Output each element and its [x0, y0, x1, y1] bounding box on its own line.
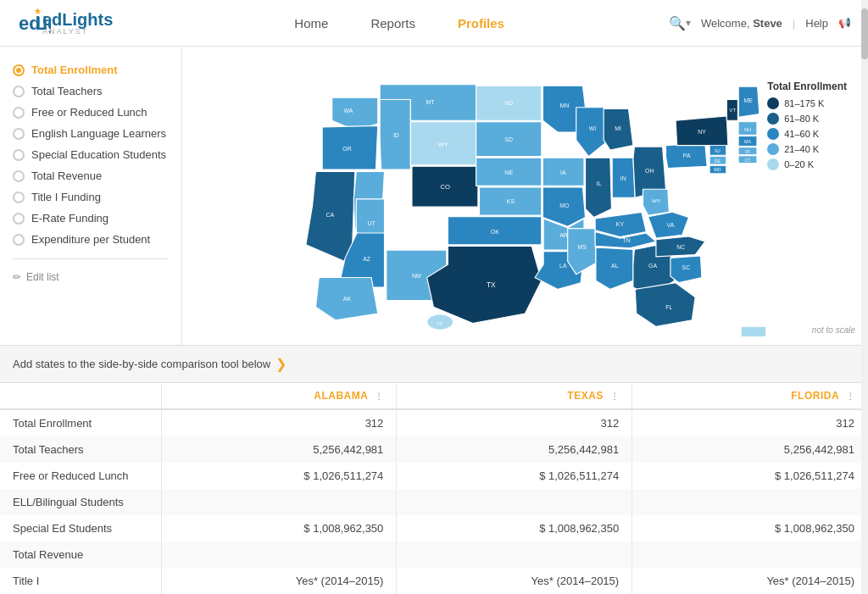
- sidebar-item-8[interactable]: Expenditure per Student: [13, 229, 169, 250]
- svg-text:MN: MN: [559, 103, 569, 108]
- sidebar-item-7[interactable]: E-Rate Funding: [13, 208, 169, 229]
- svg-text:NY: NY: [698, 129, 706, 135]
- welcome-text: Welcome, Steve: [701, 17, 782, 30]
- sidebar-divider: [13, 258, 169, 259]
- legend-dot-0: [767, 97, 779, 109]
- svg-text:AL: AL: [611, 263, 619, 269]
- table-header-metric: [0, 383, 161, 409]
- edit-list-button[interactable]: ✏ Edit list: [13, 268, 169, 286]
- svg-text:OR: OR: [342, 146, 351, 152]
- sidebar-item-label-3: English Language Learners: [31, 127, 166, 140]
- main-nav: Home Reports Profiles: [147, 16, 652, 31]
- map-area: WA OR CA NV ID MT: [182, 47, 868, 345]
- svg-text:ID: ID: [393, 132, 399, 138]
- sidebar-item-label-8: Expenditure per Student: [31, 233, 150, 246]
- help-link[interactable]: Help: [805, 17, 828, 30]
- svg-text:NJ: NJ: [715, 148, 721, 153]
- legend-label-4: 0–20 K: [784, 159, 814, 169]
- svg-marker-52: [568, 229, 596, 275]
- sidebar-item-label-6: Title I Funding: [31, 191, 101, 203]
- svg-text:WI: WI: [589, 125, 597, 131]
- header: ed L ights edLights ANALYST Home Reports…: [0, 0, 868, 47]
- logo: ed L ights edLights ANALYST: [17, 6, 113, 40]
- cell-alabama-0: 312: [161, 409, 397, 436]
- svg-text:AZ: AZ: [363, 256, 371, 262]
- cell-metric-0: Total Enrollment: [0, 409, 161, 436]
- svg-text:IL: IL: [597, 180, 602, 186]
- svg-text:WV: WV: [652, 197, 661, 203]
- cell-metric-6: Title I: [0, 568, 161, 594]
- comparison-bar: Add states to the side-by-side compariso…: [0, 345, 868, 383]
- svg-text:MA: MA: [744, 139, 751, 144]
- sidebar: Total EnrollmentTotal TeachersFree or Re…: [0, 47, 182, 345]
- scrollbar-thumb[interactable]: [861, 8, 868, 59]
- texas-menu-icon[interactable]: ⋮: [610, 391, 620, 401]
- radio-circle-3: [13, 128, 25, 140]
- search-icon[interactable]: 🔍: [669, 15, 686, 31]
- svg-text:AR: AR: [559, 232, 568, 238]
- radio-circle-8: [13, 234, 25, 246]
- svg-text:TX: TX: [487, 280, 496, 289]
- sidebar-item-5[interactable]: Total Revenue: [13, 165, 169, 186]
- svg-text:NM: NM: [412, 273, 421, 279]
- sidebar-item-4[interactable]: Special Education Students: [13, 144, 169, 165]
- cell-metric-1: Total Teachers: [0, 436, 161, 463]
- sidebar-item-2[interactable]: Free or Reduced Lunch: [13, 102, 169, 123]
- table-row-0: Total Enrollment312312312: [0, 409, 868, 436]
- radio-circle-6: [13, 192, 25, 203]
- sidebar-item-1[interactable]: Total Teachers: [13, 80, 169, 102]
- svg-text:KY: KY: [616, 221, 625, 227]
- svg-text:VA: VA: [667, 222, 675, 228]
- sidebar-item-3[interactable]: English Language Learners: [13, 123, 169, 144]
- radio-circle-4: [13, 149, 25, 161]
- nav-profiles[interactable]: Profiles: [458, 16, 504, 31]
- comparison-arrow-icon: ❯: [275, 356, 287, 372]
- legend-title: Total Enrollment: [767, 80, 847, 92]
- svg-marker-50: [586, 158, 612, 217]
- legend-item-1: 61–80 K: [767, 113, 847, 125]
- cell-florida-4: $ 1,008,962,350: [632, 515, 868, 541]
- cell-florida-3: [632, 489, 868, 515]
- svg-text:TN: TN: [623, 237, 631, 243]
- notification-icon[interactable]: 📢: [838, 17, 851, 29]
- sidebar-item-label-4: Special Education Students: [31, 148, 166, 161]
- scrollbar-track: [861, 0, 868, 594]
- nav-home[interactable]: Home: [294, 16, 328, 31]
- svg-text:CT: CT: [744, 158, 751, 163]
- table-row-6: Title IYes* (2014–2015)Yes* (2014–2015)Y…: [0, 568, 868, 594]
- cell-metric-3: ELL/Bilingual Students: [0, 489, 161, 515]
- table-row-3: ELL/Bilingual Students: [0, 489, 868, 515]
- svg-text:UT: UT: [367, 220, 376, 226]
- nav-reports[interactable]: Reports: [370, 16, 415, 31]
- radio-circle-0: [13, 64, 25, 76]
- svg-text:KS: KS: [507, 198, 515, 204]
- alabama-menu-icon[interactable]: ⋮: [375, 391, 384, 401]
- svg-text:IA: IA: [560, 169, 566, 175]
- legend-item-3: 21–40 K: [767, 143, 847, 155]
- svg-text:OH: OH: [645, 168, 654, 174]
- table-header-alabama: ALABAMA ⋮: [161, 383, 397, 409]
- username: Steve: [753, 17, 782, 30]
- svg-text:GA: GA: [648, 263, 657, 269]
- edit-list-label: Edit list: [26, 271, 59, 283]
- cell-texas-1: 5,256,442,981: [397, 436, 632, 463]
- cell-texas-2: $ 1,026,511,274: [397, 463, 632, 489]
- svg-text:SC: SC: [682, 264, 691, 270]
- svg-text:VT: VT: [729, 107, 736, 113]
- svg-text:ME: ME: [744, 97, 754, 103]
- svg-text:ND: ND: [504, 100, 513, 106]
- sidebar-item-6[interactable]: Title I Funding: [13, 186, 169, 208]
- florida-menu-icon[interactable]: ⋮: [846, 391, 855, 401]
- comparison-table: ALABAMA ⋮ TEXAS ⋮ FLORIDA ⋮ Total Enroll…: [0, 383, 868, 594]
- radio-circle-1: [13, 86, 25, 97]
- map-legend: Total Enrollment 81–175 K61–80 K41–60 K2…: [759, 72, 855, 182]
- not-to-scale-text: not to scale: [812, 325, 855, 335]
- legend-item-0: 81–175 K: [767, 97, 847, 109]
- sidebar-item-0[interactable]: Total Enrollment: [13, 59, 169, 80]
- sidebar-item-label-2: Free or Reduced Lunch: [31, 106, 147, 119]
- sidebar-item-label-1: Total Teachers: [31, 85, 103, 97]
- legend-dot-1: [767, 113, 779, 125]
- legend-label-1: 61–80 K: [784, 114, 819, 124]
- svg-text:MT: MT: [426, 99, 436, 105]
- table-header-row: ALABAMA ⋮ TEXAS ⋮ FLORIDA ⋮: [0, 383, 868, 409]
